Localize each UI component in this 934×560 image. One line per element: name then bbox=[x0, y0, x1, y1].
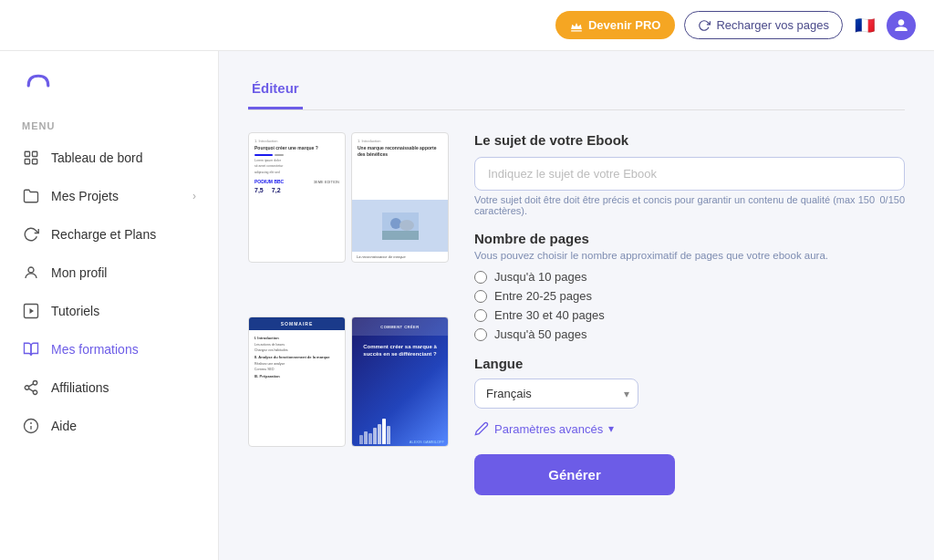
dashboard-icon bbox=[22, 149, 40, 167]
ebook-page-3: SOMMAIRE I. Introduction Les actions de … bbox=[248, 316, 346, 447]
form-panel: Le sujet de votre Ebook Votre sujet doit… bbox=[474, 132, 905, 495]
subject-hint: Votre sujet doit être doit être précis e… bbox=[474, 194, 905, 216]
sidebar-item-tableau-de-bord[interactable]: Tableau de bord bbox=[0, 139, 218, 177]
svg-line-11 bbox=[28, 384, 33, 387]
subject-input[interactable] bbox=[474, 157, 905, 191]
language-title: Langue bbox=[474, 356, 905, 371]
play-square-icon bbox=[22, 302, 40, 320]
sidebar-item-tutoriels[interactable]: Tutoriels bbox=[0, 292, 218, 330]
reload-icon bbox=[698, 19, 711, 32]
book-open-icon bbox=[22, 340, 40, 358]
user-circle-icon bbox=[22, 264, 40, 282]
sidebar-item-label: Recharge et Plans bbox=[51, 227, 156, 242]
menu-label: MENU bbox=[0, 120, 218, 139]
svg-rect-1 bbox=[33, 151, 37, 156]
language-select[interactable]: Français English Español bbox=[474, 379, 638, 409]
pages-hint: Vous pouvez choisir le nombre approximat… bbox=[474, 250, 905, 261]
devenir-pro-button[interactable]: Devenir PRO bbox=[555, 11, 675, 39]
subject-title: Le sujet de votre Ebook bbox=[474, 132, 905, 148]
svg-rect-0 bbox=[25, 151, 29, 156]
content-grid: 1. Introduction Pourquoi créer une marqu… bbox=[248, 132, 905, 495]
radio-10-pages[interactable]: Jusqu'à 10 pages bbox=[474, 270, 905, 284]
svg-point-7 bbox=[33, 381, 37, 386]
sidebar-item-label: Tutoriels bbox=[51, 304, 99, 318]
logo bbox=[0, 69, 218, 120]
topbar: Devenir PRO Recharger vos pages 🇫🇷 bbox=[0, 0, 934, 51]
svg-point-8 bbox=[25, 386, 29, 390]
sidebar-item-label: Mes formations bbox=[51, 342, 139, 357]
pages-options: Jusqu'à 10 pages Entre 20-25 pages Entre… bbox=[474, 270, 905, 341]
ebook-photo bbox=[352, 200, 448, 251]
btn-reload-label: Recharger vos pages bbox=[716, 18, 829, 32]
radio-30-40-pages[interactable]: Entre 30 et 40 pages bbox=[474, 308, 905, 322]
btn-pro-label: Devenir PRO bbox=[588, 18, 660, 32]
tab-editeur[interactable]: Éditeur bbox=[248, 73, 303, 109]
radio-50-pages[interactable]: Jusqu'à 50 pages bbox=[474, 327, 905, 341]
svg-line-10 bbox=[28, 389, 33, 391]
ebook-page-4: COMMENT CRÉER Comment créer sa marque à … bbox=[351, 316, 449, 447]
svg-point-18 bbox=[400, 220, 414, 231]
language-flag[interactable]: 🇫🇷 bbox=[852, 13, 877, 38]
chevron-down-icon-advanced: ▾ bbox=[608, 422, 614, 435]
generate-button[interactable]: Générer bbox=[474, 454, 675, 495]
svg-rect-17 bbox=[382, 231, 419, 240]
pencil-icon bbox=[474, 421, 489, 436]
chevron-right-icon: › bbox=[192, 190, 196, 202]
sidebar-item-label: Mon profil bbox=[51, 265, 107, 280]
main-layout: MENU Tableau de bord Mes Projets › Recha… bbox=[0, 51, 934, 560]
sidebar-item-label: Affiliations bbox=[51, 380, 109, 395]
pages-title: Nombre de pages bbox=[474, 231, 905, 246]
main-content: Éditeur 1. Introduction Pourquoi créer u… bbox=[219, 51, 934, 560]
share-icon bbox=[22, 379, 40, 397]
svg-rect-2 bbox=[25, 160, 29, 164]
svg-point-4 bbox=[28, 267, 34, 273]
logo-icon bbox=[22, 69, 55, 102]
svg-point-16 bbox=[390, 218, 401, 229]
advanced-settings-link[interactable]: Paramètres avancés ▾ bbox=[474, 421, 905, 436]
language-select-wrapper: Français English Español ▾ bbox=[474, 379, 638, 409]
user-avatar-button[interactable] bbox=[887, 11, 916, 40]
ebook-page-2: 1. Introduction Une marque reconnaissabl… bbox=[351, 132, 449, 263]
sidebar-item-mes-projets[interactable]: Mes Projets › bbox=[0, 177, 218, 215]
sidebar-item-recharge-et-plans[interactable]: Recharge et Plans bbox=[0, 215, 218, 254]
sidebar-item-mon-profil[interactable]: Mon profil bbox=[0, 254, 218, 292]
sidebar: MENU Tableau de bord Mes Projets › Recha… bbox=[0, 51, 219, 560]
svg-marker-6 bbox=[30, 308, 35, 314]
svg-rect-3 bbox=[33, 160, 37, 164]
refresh-icon bbox=[22, 225, 40, 244]
sidebar-item-aide[interactable]: Aide bbox=[0, 407, 218, 445]
folder-icon bbox=[22, 187, 40, 205]
sidebar-item-mes-formations[interactable]: Mes formations bbox=[0, 330, 218, 368]
tab-bar: Éditeur bbox=[248, 73, 905, 110]
ebook-preview: 1. Introduction Pourquoi créer une marqu… bbox=[248, 132, 449, 495]
recharge-pages-button[interactable]: Recharger vos pages bbox=[684, 11, 843, 39]
crown-icon bbox=[570, 19, 583, 32]
sidebar-item-label: Tableau de bord bbox=[51, 150, 142, 165]
sidebar-item-label: Aide bbox=[51, 419, 77, 433]
radio-20-25-pages[interactable]: Entre 20-25 pages bbox=[474, 289, 905, 303]
svg-point-9 bbox=[33, 390, 37, 395]
info-circle-icon bbox=[22, 417, 40, 435]
ebook-page-1: 1. Introduction Pourquoi créer une marqu… bbox=[248, 132, 346, 263]
sidebar-item-label: Mes Projets bbox=[51, 189, 119, 203]
sidebar-item-affiliations[interactable]: Affiliations bbox=[0, 368, 218, 407]
user-icon bbox=[894, 18, 908, 33]
